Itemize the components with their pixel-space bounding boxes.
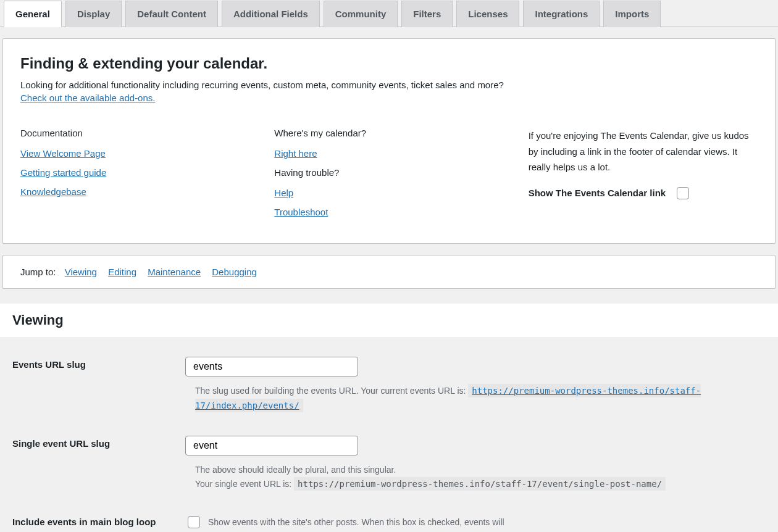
getting-started-guide-link[interactable]: Getting started guide [20, 167, 249, 178]
single-event-url-code: https://premium-wordpress-themes.info/st… [294, 477, 666, 491]
events-url-slug-input[interactable] [185, 357, 358, 376]
tab-integrations[interactable]: Integrations [523, 1, 600, 27]
addons-link[interactable]: Check out the available add-ons. [20, 93, 155, 103]
events-url-desc-text: The slug used for building the events UR… [195, 386, 468, 396]
right-here-link[interactable]: Right here [274, 148, 503, 159]
tab-filters[interactable]: Filters [401, 1, 453, 27]
show-link-checkbox[interactable] [677, 187, 689, 199]
tab-imports[interactable]: Imports [603, 1, 661, 27]
include-main-loop-description: Show events with the site's other posts.… [208, 517, 504, 527]
include-main-loop-label: Include events in main blog loop [0, 507, 185, 532]
kudos-column: If you're enjoying The Events Calendar, … [529, 128, 758, 226]
jump-editing-link[interactable]: Editing [108, 267, 136, 277]
tab-default-content[interactable]: Default Content [125, 1, 218, 27]
single-event-desc-line1: The above should ideally be plural, and … [195, 465, 396, 475]
having-trouble-heading: Having trouble? [274, 167, 503, 178]
single-event-url-slug-description: The above should ideally be plural, and … [195, 463, 726, 493]
welcome-page-link[interactable]: View Welcome Page [20, 148, 249, 159]
tab-additional-fields[interactable]: Additional Fields [222, 1, 320, 27]
jump-maintenance-link[interactable]: Maintenance [148, 267, 201, 277]
jump-to-label: Jump to: [20, 267, 56, 277]
kudos-text: If you're enjoying The Events Calendar, … [529, 128, 758, 175]
events-url-slug-description: The slug used for building the events UR… [195, 384, 726, 414]
help-link[interactable]: Help [274, 188, 503, 198]
intro-lead: Looking for additional functionality inc… [20, 80, 758, 90]
viewing-section-header: Viewing [0, 304, 778, 337]
viewing-settings-table: Events URL slug The slug used for buildi… [0, 349, 778, 532]
intro-panel: Finding & extending your calendar. Looki… [2, 38, 776, 244]
events-url-slug-label: Events URL slug [0, 349, 185, 428]
tab-licenses[interactable]: Licenses [456, 1, 519, 27]
settings-tabs: General Display Default Content Addition… [0, 0, 778, 27]
tab-display[interactable]: Display [65, 1, 122, 27]
help-column: Where's my calendar? Right here Having t… [274, 128, 503, 226]
troubleshoot-link[interactable]: Troubleshoot [274, 207, 503, 217]
tab-general[interactable]: General [4, 1, 62, 27]
jump-to-panel: Jump to: Viewing Editing Maintenance Deb… [2, 255, 776, 289]
where-calendar-heading: Where's my calendar? [274, 128, 503, 138]
show-link-label: Show The Events Calendar link [529, 188, 666, 198]
intro-heading: Finding & extending your calendar. [20, 55, 758, 72]
jump-viewing-link[interactable]: Viewing [65, 267, 97, 277]
docs-column: Documentation View Welcome Page Getting … [20, 128, 249, 226]
single-event-url-slug-label: Single event URL slug [0, 428, 185, 507]
tab-community[interactable]: Community [324, 1, 398, 27]
docs-heading: Documentation [20, 128, 249, 138]
single-event-url-slug-input[interactable] [185, 436, 358, 455]
knowledgebase-link[interactable]: Knowledgebase [20, 186, 249, 197]
single-event-desc-line2-prefix: Your single event URL is: [195, 479, 294, 489]
jump-debugging-link[interactable]: Debugging [212, 267, 257, 277]
include-main-loop-checkbox[interactable] [188, 516, 200, 528]
